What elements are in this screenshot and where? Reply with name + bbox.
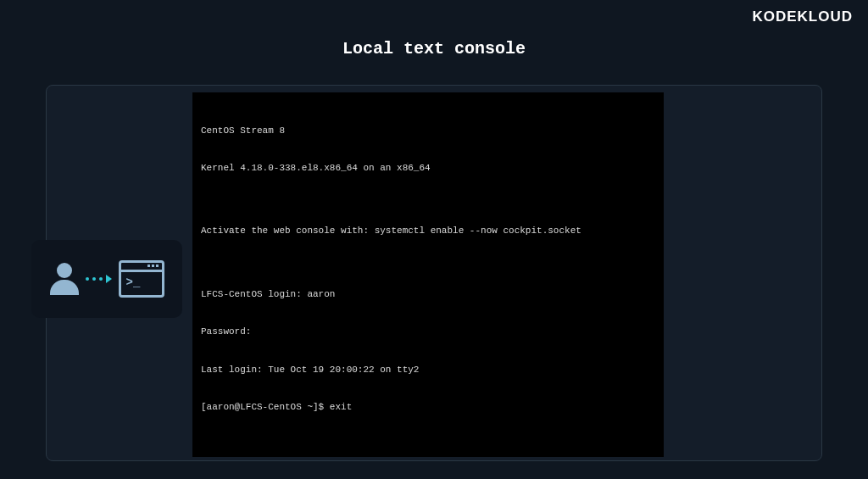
- local-console-illustration: >_: [31, 240, 182, 318]
- terminal-line: Kernel 4.18.0-338.el8.x86_64 on an x86_6…: [201, 162, 655, 175]
- terminal-line: Activate the web console with: systemctl…: [201, 225, 655, 237]
- terminal-line: Last login: Tue Oct 19 20:00:22 on tty2: [201, 364, 655, 376]
- terminal-line: CentOS Stream 8: [201, 125, 655, 137]
- brand-logo: KODEKLOUD: [752, 8, 853, 25]
- user-icon: [50, 260, 79, 298]
- page-title: Local text console: [342, 39, 526, 58]
- terminal-line: LFCS-CentOS login: aaron: [201, 288, 655, 301]
- console-window-icon: >_: [119, 260, 164, 298]
- terminal-line: [aaron@LFCS-CentOS ~]$ exit: [201, 401, 655, 414]
- main-panel: CentOS Stream 8 Kernel 4.18.0-338.el8.x8…: [46, 85, 822, 461]
- terminal-line: Password:: [201, 326, 655, 338]
- arrow-icon: [86, 275, 112, 283]
- terminal-console[interactable]: CentOS Stream 8 Kernel 4.18.0-338.el8.x8…: [192, 92, 664, 457]
